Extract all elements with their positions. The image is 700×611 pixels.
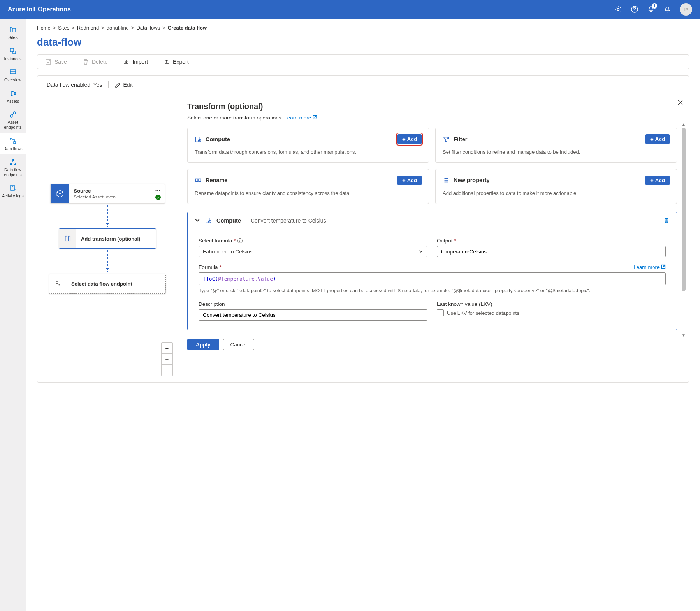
compute-icon [195, 136, 202, 143]
node-label: Add transform (optional) [76, 236, 145, 242]
sidebar-item-data-flow-endpoints[interactable]: Data flow endpoints [0, 154, 26, 180]
divider [108, 81, 109, 88]
lkv-checkbox-label: Use LKV for selected datapoints [447, 310, 519, 316]
help-icon[interactable] [631, 5, 638, 13]
compute-section: Compute Convert temperature to Celsius S… [187, 212, 677, 331]
apply-button[interactable]: Apply [187, 339, 219, 350]
compute-card: Compute +Add Transform data through conv… [187, 128, 429, 163]
sidebar-label: Data flows [3, 146, 22, 151]
scrollbar[interactable] [682, 128, 686, 295]
filter-add-button[interactable]: +Add [645, 134, 670, 144]
newprop-add-button[interactable]: +Add [645, 176, 670, 185]
notifications-icon[interactable] [663, 5, 671, 13]
newprop-card: New property +Add Add additional propert… [435, 169, 677, 204]
export-icon [164, 59, 170, 65]
info-icon[interactable]: i [237, 238, 243, 243]
import-icon [123, 59, 129, 65]
breadcrumb-link[interactable]: donut-line [107, 25, 129, 31]
svg-rect-3 [12, 28, 16, 32]
breadcrumb-link[interactable]: Sites [58, 25, 69, 31]
svg-point-11 [12, 159, 14, 161]
sidebar-label: Activity logs [2, 193, 23, 198]
cube-icon [51, 184, 69, 203]
sites-icon [9, 26, 17, 33]
formula-hint: Type "@" or click "<datapoint>" to selec… [199, 288, 666, 295]
edit-icon [115, 82, 121, 88]
instances-icon [9, 47, 17, 55]
rename-add-button[interactable]: +Add [397, 176, 422, 185]
output-input[interactable] [437, 246, 666, 257]
formula-select[interactable]: Fahrenheit to Celsius [199, 246, 427, 257]
scroll-up-arrow[interactable]: ▲ [682, 122, 686, 126]
notification-badge: 1 [652, 3, 657, 9]
op-desc: Add additional properties to data to mak… [443, 190, 670, 197]
compute-title: Compute [216, 218, 241, 224]
formula-learn-more-link[interactable]: Learn more [634, 264, 666, 270]
compute-subtitle: Convert temperature to Celsius [246, 218, 326, 224]
chevron-down-icon[interactable] [195, 218, 200, 224]
external-link-icon [313, 115, 317, 121]
sidebar-item-instances[interactable]: Instances [0, 43, 26, 65]
svg-rect-16 [65, 236, 67, 241]
sidebar-item-data-flows[interactable]: Data flows [0, 133, 26, 155]
breadcrumb-current: Create data flow [168, 25, 207, 31]
op-desc: Rename datapoints to ensure clarity and … [195, 190, 422, 197]
svg-rect-9 [10, 138, 12, 140]
delete-icon [83, 59, 89, 65]
cancel-button[interactable]: Cancel [223, 339, 254, 350]
description-input[interactable] [199, 309, 427, 321]
delete-button: Delete [83, 59, 107, 65]
endpoint-node[interactable]: Select data flow endpoint [49, 274, 166, 294]
transform-icon [59, 229, 76, 248]
output-label: Output * [437, 238, 666, 244]
transform-node[interactable]: Add transform (optional) [59, 228, 156, 249]
sidebar-item-activity-logs[interactable]: Activity logs [0, 180, 26, 202]
svg-rect-25 [206, 218, 209, 223]
alerts-icon[interactable]: 1 [647, 5, 655, 13]
svg-rect-24 [199, 179, 201, 182]
export-button[interactable]: Export [164, 59, 188, 65]
op-title: New property [454, 177, 490, 183]
save-button: Save [45, 59, 67, 65]
zoom-in-button[interactable]: + [162, 343, 172, 354]
sidebar-item-asset-endpoints[interactable]: Asset endpoints [0, 107, 26, 133]
avatar[interactable]: P [680, 3, 692, 16]
scroll-down-arrow[interactable]: ▼ [682, 333, 686, 337]
op-desc: Transform data through conversions, form… [195, 149, 422, 156]
topbar-actions: 1 P [614, 3, 692, 16]
edit-button[interactable]: Edit [115, 82, 132, 88]
sidebar-label: Data flow endpoints [2, 167, 24, 177]
import-button[interactable]: Import [123, 59, 148, 65]
sidebar-label: Asset endpoints [2, 120, 24, 130]
compute-add-button[interactable]: +Add [397, 134, 422, 144]
sidebar-item-overview[interactable]: Overview [0, 64, 26, 86]
breadcrumb-link[interactable]: Home [37, 25, 51, 31]
settings-icon[interactable] [614, 5, 622, 13]
zoom-out-button[interactable]: − [162, 354, 172, 365]
formula-input[interactable]: fToC(@Temperature.Value) [199, 272, 666, 285]
rename-card: Rename +Add Rename datapoints to ensure … [187, 169, 429, 204]
close-icon[interactable] [677, 100, 683, 107]
lkv-checkbox[interactable] [437, 309, 444, 316]
svg-rect-23 [196, 179, 198, 182]
sidebar-item-sites[interactable]: Sites [0, 22, 26, 43]
asset-endpoints-icon [9, 111, 17, 118]
topbar: Azure IoT Operations 1 P [0, 0, 700, 19]
more-icon[interactable]: ··· [155, 187, 161, 193]
svg-rect-6 [10, 70, 16, 74]
source-node[interactable]: Source Selected Asset: oven ··· [50, 184, 165, 204]
sidebar-item-assets[interactable]: Assets [0, 86, 26, 107]
filter-card: Filter +Add Set filter conditions to ref… [435, 128, 677, 163]
zoom-fit-button[interactable]: ⛶ [162, 365, 172, 376]
svg-rect-5 [13, 51, 16, 54]
breadcrumb-link[interactable]: Redmond [77, 25, 99, 31]
trash-icon[interactable] [663, 217, 670, 225]
sidebar-label: Instances [4, 56, 22, 61]
sidebar: Sites Instances Overview Assets Asset en… [0, 19, 26, 611]
svg-rect-15 [46, 60, 51, 64]
description-label: Description [199, 301, 427, 307]
data-flow-endpoints-icon [9, 158, 17, 166]
learn-more-link[interactable]: Learn more [284, 115, 317, 121]
breadcrumb-link[interactable]: Data flows [136, 25, 160, 31]
flow-canvas[interactable]: Source Selected Asset: oven ··· [37, 94, 178, 382]
